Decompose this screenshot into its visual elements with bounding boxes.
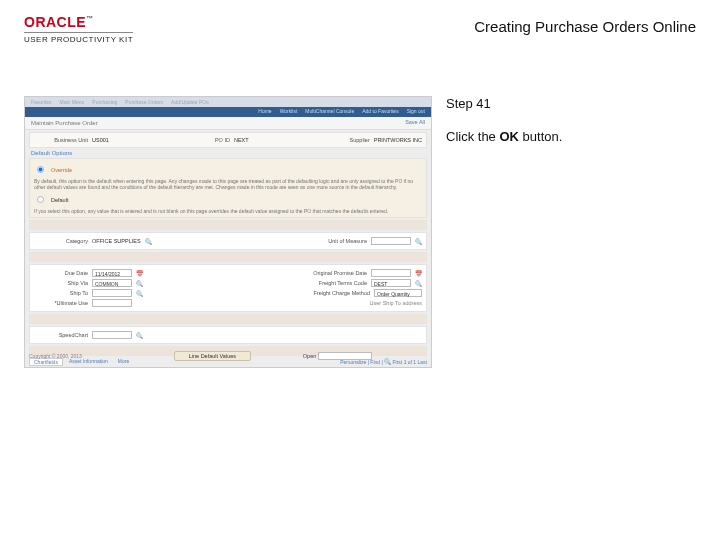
shipto-info: User Ship To address — [370, 300, 422, 306]
duedate-label: Due Date — [34, 270, 88, 276]
uom-label: Unit of Measure — [287, 238, 367, 244]
default-help: If you select this option, any value tha… — [34, 208, 422, 214]
util-link: Sign out — [407, 108, 425, 114]
duedate-input[interactable]: 11/14/2012 — [92, 269, 132, 277]
freight-input[interactable]: DEST — [371, 279, 411, 287]
freightcharge-label: Freight Charge Method — [274, 290, 370, 296]
oracle-logo: ORACLE™ — [24, 14, 133, 30]
util-link: Worklist — [280, 108, 298, 114]
speedchart-label: SpeedChart — [34, 332, 88, 338]
lookup-icon[interactable]: 🔍 — [145, 238, 152, 245]
copyright: Copyright © 2000, 2013 — [29, 353, 82, 359]
util-link: Add to Favorites — [362, 108, 398, 114]
override-label: Override — [51, 167, 72, 173]
supplier-label: Supplier — [316, 137, 370, 143]
ultimateuse-label: *Ultimate Use — [34, 300, 88, 306]
open-label: Open — [303, 353, 316, 359]
origprom-input[interactable] — [371, 269, 411, 277]
shipto-input[interactable] — [92, 289, 132, 297]
page-title: Creating Purchase Orders Online — [474, 18, 696, 35]
default-options-section: Override By default, this option is the … — [29, 158, 427, 218]
tab: Favorites — [31, 99, 52, 105]
tab: Purchase Orders — [125, 99, 163, 105]
open-input[interactable] — [318, 352, 372, 360]
origprom-label: Original Promise Date — [271, 270, 367, 276]
bu-value: US001 — [92, 137, 109, 143]
freight-label: Freight Terms Code — [271, 280, 367, 286]
instruction-panel: Step 41 Click the OK button. — [446, 96, 696, 368]
default-radio[interactable] — [37, 196, 44, 203]
supplier-value: PRINTWORKS INC — [374, 137, 422, 143]
line-default-values-button[interactable]: Line Default Values — [174, 351, 251, 361]
schedule-bar — [29, 252, 427, 262]
tab: Purchasing — [92, 99, 117, 105]
speedchart-input[interactable] — [92, 331, 132, 339]
calendar-icon[interactable]: 📅 — [415, 270, 422, 277]
category-value: OFFICE SUPPLIES — [92, 238, 141, 244]
line-bar — [29, 220, 427, 230]
po-header-section: Business UnitUS001 PO IDNEXT SupplierPRI… — [29, 132, 427, 148]
uom-input[interactable] — [371, 237, 411, 245]
distribution-bar — [29, 314, 427, 324]
footer: Copyright © 2000, 2013 Line Default Valu… — [29, 351, 427, 361]
poid-label: PO ID — [176, 137, 230, 143]
schedule-section: Due Date11/14/2012📅 Original Promise Dat… — [29, 264, 427, 312]
override-help: By default, this option is the default w… — [34, 178, 422, 190]
poid-value: NEXT — [234, 137, 249, 143]
line-section: CategoryOFFICE SUPPLIES 🔍 Unit of Measur… — [29, 232, 427, 250]
lookup-icon[interactable]: 🔍 — [136, 280, 143, 287]
lookup-icon[interactable]: 🔍 — [415, 238, 422, 245]
app-screenshot: Favorites Main Menu Purchasing Purchase … — [24, 96, 432, 368]
category-label: Category — [34, 238, 88, 244]
lookup-icon[interactable]: 🔍 — [136, 332, 143, 339]
override-radio[interactable] — [37, 166, 44, 173]
lookup-icon[interactable]: 🔍 — [136, 290, 143, 297]
instr-suffix: button. — [519, 129, 562, 144]
tab: Main Menu — [60, 99, 85, 105]
main: Favorites Main Menu Purchasing Purchase … — [24, 96, 696, 368]
util-link: MultiChannel Console — [305, 108, 354, 114]
lookup-icon[interactable]: 🔍 — [415, 280, 422, 287]
utility-links: Home Worklist MultiChannel Console Add t… — [258, 108, 425, 114]
ultimateuse-input[interactable] — [92, 299, 132, 307]
distribution-section: SpeedChart🔍 — [29, 326, 427, 344]
instr-prefix: Click the — [446, 129, 499, 144]
freightcharge-select[interactable]: Order Quantity — [374, 289, 422, 297]
instruction-body: Click the OK button. — [446, 129, 696, 144]
header: ORACLE™ USER PRODUCTIVITY KIT Creating P… — [24, 14, 696, 44]
breadcrumb-tabs: Favorites Main Menu Purchasing Purchase … — [25, 97, 431, 107]
breadcrumb-text: Maintain Purchase Order — [31, 120, 98, 126]
shipto-label: Ship To — [34, 290, 88, 296]
product-name: USER PRODUCTIVITY KIT — [24, 32, 133, 44]
util-link: Home — [258, 108, 271, 114]
tab: Add/Update POs — [171, 99, 209, 105]
instr-bold: OK — [499, 129, 519, 144]
save-all-link[interactable]: Save All — [405, 119, 425, 125]
trademark: ™ — [86, 15, 94, 22]
default-label: Default — [51, 197, 68, 203]
shipvia-input[interactable]: COMMON — [92, 279, 132, 287]
page-breadcrumb: Maintain Purchase Order Save All — [25, 117, 431, 130]
logo-block: ORACLE™ USER PRODUCTIVITY KIT — [24, 14, 133, 44]
calendar-icon[interactable]: 📅 — [136, 270, 143, 277]
step-label: Step 41 — [446, 96, 696, 111]
page: ORACLE™ USER PRODUCTIVITY KIT Creating P… — [0, 0, 720, 540]
shipvia-label: Ship Via — [34, 280, 88, 286]
brand-text: ORACLE — [24, 14, 86, 30]
bu-label: Business Unit — [34, 137, 88, 143]
default-options-title: Default Options — [31, 150, 425, 156]
